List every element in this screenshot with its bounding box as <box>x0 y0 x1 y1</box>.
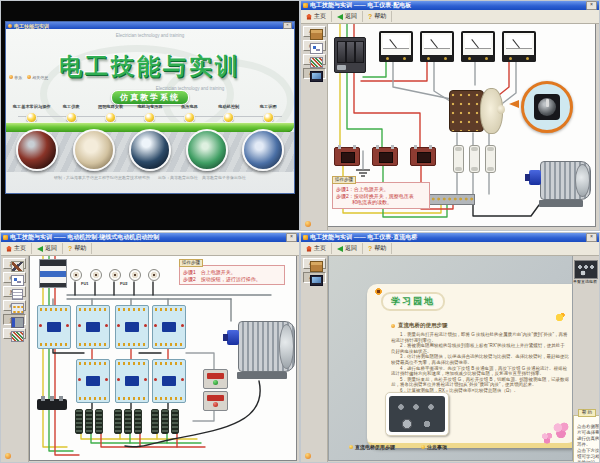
help-button[interactable]: ?帮助 <box>63 243 92 254</box>
contactor[interactable] <box>37 305 71 349</box>
contactor[interactable] <box>152 359 186 403</box>
learning-card: 学习园地 直流电桥的使用步骤 1．测量前先打开检流计锁扣，即将 G 接线柱处的金… <box>367 284 573 448</box>
panel-motor-control-simulation: 电工技能与实训 —— 电动机控制·绕线式电动机启动控制 × 主页 返回 ?帮助 … <box>1 233 299 462</box>
close-icon[interactable]: × <box>586 233 597 242</box>
motor-photo <box>186 129 228 171</box>
sidebar-item-equipment[interactable]: 器材 <box>3 258 26 269</box>
back-arrow-icon <box>37 246 43 252</box>
contactor[interactable] <box>76 305 110 349</box>
english-tagline: Electrician technology and training <box>6 33 294 38</box>
circuit-breaker[interactable] <box>334 37 366 73</box>
box-icon <box>310 261 323 272</box>
window-title: 电工技能与实训 <box>14 23 281 29</box>
starting-resistor <box>75 409 83 434</box>
sidebar-item-panel-box[interactable]: 电箱 <box>3 300 26 311</box>
pushbutton-station[interactable] <box>203 369 228 389</box>
screenshot-montage: 电工技能与实训 × Electrician technology and tra… <box>0 0 600 463</box>
sidebar-item-simulation[interactable]: 仿真 <box>303 272 326 283</box>
question-icon: ? <box>68 245 72 252</box>
help-button[interactable]: ?帮助 <box>363 11 392 22</box>
circuit-icon <box>11 275 24 286</box>
sidebar-item-wiring[interactable]: 接线 <box>3 328 26 339</box>
menu-item-motor-control[interactable]: 电动机控制 <box>209 104 248 123</box>
app-icon <box>303 235 308 240</box>
monitor-icon <box>310 275 323 286</box>
current-transformer <box>372 147 398 166</box>
window-title: 电工技能与实训 —— 电工仪表·直流电桥 <box>310 233 584 242</box>
close-icon[interactable]: × <box>586 1 597 10</box>
panel-dc-bridge-learning: 电工技能与实训 —— 电工仪表·直流电桥 × 主页 返回 ?帮助 外观 仿真 学… <box>301 233 599 462</box>
window-title: 电工技能与实训 —— 电工仪表·配电板 <box>310 1 584 10</box>
tool-icon <box>11 261 24 272</box>
sidebar-item-appearance[interactable]: 外观 <box>303 258 326 269</box>
home-button[interactable]: 主页 <box>301 243 332 254</box>
menu-item-instruments[interactable]: 电工仪表 <box>51 104 90 123</box>
menu-item-basics[interactable]: 电工基本常识与操作 <box>12 104 51 123</box>
menu-item-lighting[interactable]: 照明电路安装 <box>91 104 130 123</box>
app-icon <box>3 235 8 240</box>
panel-meter-simulation: 电工技能与实训 —— 电工仪表·配电板 × 主页 返回 ?帮助 外观 电路 接线… <box>301 1 599 230</box>
sidebar-item-appearance[interactable]: 外观 <box>303 26 326 37</box>
close-icon[interactable]: × <box>283 22 292 29</box>
home-button[interactable]: 主页 <box>1 243 32 254</box>
sidebar-item-simulation[interactable]: 仿真 <box>303 68 326 79</box>
motor-icon <box>11 317 24 328</box>
status-ball-icon[interactable] <box>5 453 11 459</box>
box-icon <box>310 29 323 40</box>
sidebar: 器材 电路 原理 电箱 运行 接线 <box>1 255 29 462</box>
status-ball-icon[interactable] <box>305 453 311 459</box>
circuit-breaker[interactable] <box>39 259 67 288</box>
sidebar-item-wiring[interactable]: 接线 <box>303 54 326 65</box>
step-line: 步骤2 按动按钮，进行运行操作。 <box>183 276 281 283</box>
menu-item-lv-apparatus[interactable]: 低压电器 <box>170 104 209 123</box>
question-icon: ? <box>368 13 372 20</box>
menu-item-motors-transformers[interactable]: 电机与变压器 <box>130 104 169 123</box>
status-ball-icon[interactable] <box>305 221 311 227</box>
starting-resistor <box>171 409 179 434</box>
menu-item-schematics[interactable]: 电工识图 <box>249 104 288 123</box>
help-button[interactable]: ?帮助 <box>363 243 392 254</box>
starting-resistor <box>114 409 122 434</box>
current-transformer <box>334 147 360 166</box>
bullet-icon <box>421 445 425 449</box>
back-button[interactable]: 返回 <box>332 11 363 22</box>
fuse <box>485 145 496 173</box>
sidebar-item-circuit[interactable]: 电路 <box>303 40 326 51</box>
sidebar-item-run[interactable]: 运行 <box>3 314 26 325</box>
learning-garden-tab: 学习园地 <box>381 292 445 311</box>
fuse <box>70 269 82 281</box>
sidebar-item-principle[interactable]: 原理 <box>3 286 26 297</box>
link-precautions[interactable]: 注意事项 <box>421 444 447 450</box>
app-main-title: 电工技能与实训 <box>6 51 294 82</box>
back-arrow-icon <box>337 14 343 20</box>
rotary-cam-switch[interactable] <box>449 87 503 133</box>
contactor[interactable] <box>115 359 149 403</box>
close-icon[interactable]: × <box>286 233 297 242</box>
step-line: 和电流表的读数。 <box>336 199 426 206</box>
magnifier-pointer <box>509 100 519 108</box>
contactor[interactable] <box>115 305 149 349</box>
bridge-photo <box>385 392 449 436</box>
app-icon <box>8 24 12 28</box>
thumbnail-label: 单臂直流电桥 <box>573 279 597 284</box>
fuse <box>90 269 102 281</box>
fuse <box>453 145 464 173</box>
pushbutton-station[interactable] <box>203 391 228 411</box>
link-usage-steps[interactable]: 直流电桥使用步骤 <box>349 444 395 450</box>
contactor[interactable] <box>152 305 186 349</box>
starting-resistor <box>85 409 93 434</box>
starting-resistor <box>95 409 103 434</box>
sidebar-item-circuit[interactable]: 电路 <box>3 272 26 283</box>
wires-icon <box>310 57 323 68</box>
contactor[interactable] <box>76 359 110 403</box>
home-button[interactable]: 主页 <box>301 11 332 22</box>
window-title: 电工技能与实训 —— 电动机控制·绕线式电动机启动控制 <box>10 233 284 242</box>
back-button[interactable]: 返回 <box>32 243 63 254</box>
bridge-thumbnail[interactable] <box>574 260 598 279</box>
toolbar: 主页 返回 ?帮助 <box>301 242 599 256</box>
back-button[interactable]: 返回 <box>332 243 363 254</box>
home-icon <box>306 246 312 252</box>
fuse <box>469 145 480 173</box>
fuse-label: FU1 <box>81 281 89 286</box>
publisher-credit: 研制：大连海事大学信息工程学院信息教育技术研究所 出版：高等教育出版社 高等教育… <box>6 175 294 180</box>
